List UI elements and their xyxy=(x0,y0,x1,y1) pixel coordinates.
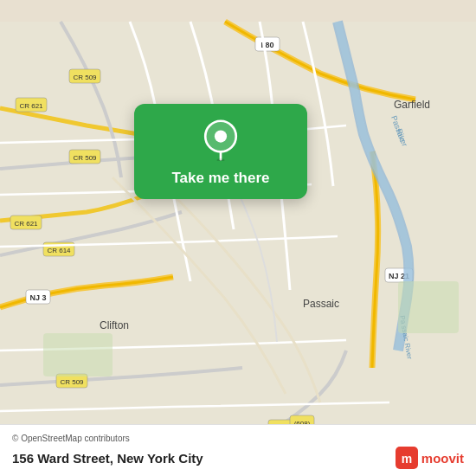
address-label: 156 Ward Street, New York City xyxy=(12,451,203,466)
attribution-text: © OpenStreetMap contributors xyxy=(12,434,464,443)
svg-text:m: m xyxy=(402,452,412,466)
svg-text:CR 509: CR 509 xyxy=(73,154,97,162)
moovit-logo: m moovit xyxy=(396,447,464,469)
svg-point-34 xyxy=(217,158,225,161)
svg-point-33 xyxy=(215,130,227,142)
map-background: I 80 NJ 21 NJ 3 CR 621 CR 621 CR 509 CR … xyxy=(0,0,476,476)
svg-rect-30 xyxy=(398,281,459,333)
svg-text:CR 614: CR 614 xyxy=(47,247,71,254)
address-row: 156 Ward Street, New York City m moovit xyxy=(12,447,464,469)
svg-text:Garfield: Garfield xyxy=(394,99,430,111)
svg-text:Passaic: Passaic xyxy=(303,298,339,310)
svg-text:CR 621: CR 621 xyxy=(14,220,38,228)
moovit-name-label: moovit xyxy=(421,451,464,466)
svg-text:CR 509: CR 509 xyxy=(73,74,97,81)
bottom-bar: © OpenStreetMap contributors 156 Ward St… xyxy=(0,424,476,476)
take-me-there-label: Take me there xyxy=(171,170,269,187)
map-container: I 80 NJ 21 NJ 3 CR 621 CR 621 CR 509 CR … xyxy=(0,0,476,476)
svg-text:NJ 3: NJ 3 xyxy=(29,293,46,302)
popup-card[interactable]: Take me there xyxy=(134,104,307,199)
svg-text:Clifton: Clifton xyxy=(100,319,129,331)
location-pin-icon xyxy=(200,119,241,161)
svg-text:CR 509: CR 509 xyxy=(60,378,84,386)
svg-rect-29 xyxy=(43,333,113,376)
moovit-icon: m xyxy=(396,447,418,469)
svg-text:CR 621: CR 621 xyxy=(19,102,43,110)
